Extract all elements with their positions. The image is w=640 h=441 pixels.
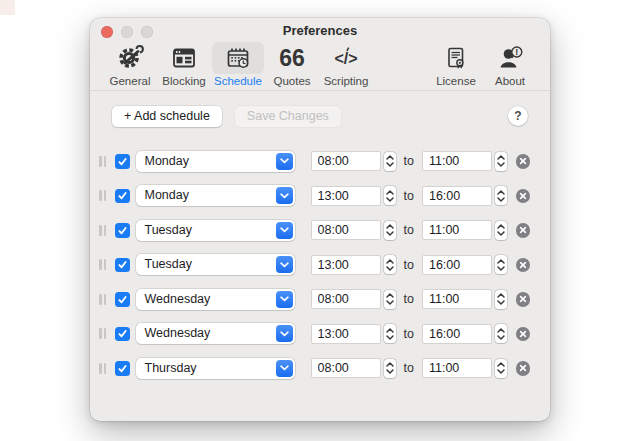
chevron-down-icon <box>276 325 293 342</box>
start-time-stepper[interactable] <box>384 324 396 343</box>
start-time-stepper[interactable] <box>384 290 396 309</box>
end-time-stepper[interactable] <box>495 255 507 274</box>
stepper-up-icon <box>386 155 394 160</box>
to-label: to <box>404 258 414 272</box>
start-time-input[interactable] <box>311 289 381 309</box>
delete-row-button[interactable] <box>516 223 531 238</box>
minimize-button[interactable] <box>121 26 133 38</box>
tab-scripting[interactable]: </> Scripting <box>320 42 372 87</box>
day-select[interactable]: Wednesday <box>136 323 295 344</box>
tab-general[interactable]: General <box>104 42 156 87</box>
toolbar-iconbox <box>430 42 482 74</box>
enabled-checkbox[interactable] <box>115 189 130 204</box>
tab-schedule[interactable]: Schedule <box>212 42 264 87</box>
stepper-down-icon <box>497 162 505 167</box>
day-select[interactable]: Tuesday <box>136 220 295 241</box>
help-button[interactable]: ? <box>508 106 528 126</box>
delete-row-button[interactable] <box>516 258 531 273</box>
day-select[interactable]: Tuesday <box>136 254 295 275</box>
enabled-checkbox[interactable] <box>115 223 130 238</box>
drag-handle[interactable] <box>99 294 106 305</box>
stepper-up-icon <box>497 328 505 333</box>
end-time-stepper[interactable] <box>495 359 507 378</box>
day-select[interactable]: Monday <box>136 151 295 172</box>
end-time-input[interactable] <box>422 255 492 275</box>
start-time-input[interactable] <box>311 151 381 171</box>
save-changes-button[interactable]: Save Changes <box>235 106 341 127</box>
end-time-stepper[interactable] <box>495 324 507 343</box>
end-time-input[interactable] <box>422 289 492 309</box>
chevron-down-icon <box>276 256 293 273</box>
day-select[interactable]: Monday <box>136 185 295 206</box>
drag-handle[interactable] <box>99 190 106 201</box>
start-time-stepper[interactable] <box>384 359 396 378</box>
delete-row-button[interactable] <box>516 189 531 204</box>
delete-row-button[interactable] <box>516 327 531 342</box>
end-time-stepper[interactable] <box>495 290 507 309</box>
delete-row-button[interactable] <box>516 154 531 169</box>
start-time-stepper[interactable] <box>384 186 396 205</box>
close-button[interactable] <box>101 26 113 38</box>
day-select[interactable]: Thursday <box>136 358 295 379</box>
quotes-icon: 66 <box>275 44 309 72</box>
to-label: to <box>404 327 414 341</box>
toolbar-item-label: Schedule <box>214 75 262 87</box>
start-time-stepper[interactable] <box>384 221 396 240</box>
enabled-checkbox[interactable] <box>115 361 130 376</box>
drag-handle[interactable] <box>99 156 106 167</box>
traffic-lights <box>101 26 153 38</box>
end-time-input[interactable] <box>422 220 492 240</box>
check-icon <box>117 363 128 374</box>
end-time-stepper[interactable] <box>495 221 507 240</box>
end-time-stepper[interactable] <box>495 186 507 205</box>
schedule-rows: Monday to <box>90 144 550 386</box>
tab-blocking[interactable]: Blocking <box>158 42 210 87</box>
start-time-input[interactable] <box>311 186 381 206</box>
zoom-button[interactable] <box>141 26 153 38</box>
tab-about[interactable]: ! About <box>484 42 536 87</box>
tab-quotes[interactable]: 66 Quotes <box>266 42 318 87</box>
drag-handle[interactable] <box>99 328 106 339</box>
chevron-down-icon <box>276 222 293 239</box>
actions-bar: + Add schedule Save Changes ? <box>90 91 550 127</box>
start-time-input[interactable] <box>311 324 381 344</box>
schedule-row: Monday to <box>90 179 550 214</box>
end-time-input[interactable] <box>422 151 492 171</box>
enabled-checkbox[interactable] <box>115 258 130 273</box>
add-schedule-button[interactable]: + Add schedule <box>112 106 222 127</box>
enabled-checkbox[interactable] <box>115 154 130 169</box>
delete-row-button[interactable] <box>516 292 531 307</box>
stepper-down-icon <box>497 231 505 236</box>
stepper-down-icon <box>386 369 394 374</box>
stepper-down-icon <box>386 266 394 271</box>
enabled-checkbox[interactable] <box>115 292 130 307</box>
enabled-checkbox[interactable] <box>115 327 130 342</box>
check-icon <box>117 156 128 167</box>
chevron-down-icon <box>276 187 293 204</box>
toolbar-item-label: About <box>495 75 525 87</box>
start-time-stepper[interactable] <box>384 152 396 171</box>
day-select-value: Monday <box>145 185 189 206</box>
drag-handle[interactable] <box>99 363 106 374</box>
end-time-input[interactable] <box>422 358 492 378</box>
to-label: to <box>404 292 414 306</box>
drag-handle[interactable] <box>99 259 106 270</box>
day-select[interactable]: Wednesday <box>136 289 295 310</box>
end-time-stepper[interactable] <box>495 152 507 171</box>
end-time-input[interactable] <box>422 186 492 206</box>
start-time-input[interactable] <box>311 358 381 378</box>
day-select-value: Wednesday <box>145 323 211 344</box>
check-icon <box>117 328 128 339</box>
delete-row-button[interactable] <box>516 361 531 376</box>
start-time-input[interactable] <box>311 220 381 240</box>
toolbar-iconbox: 66 <box>266 42 318 74</box>
drag-handle[interactable] <box>99 225 106 236</box>
tab-license[interactable]: License <box>430 42 482 87</box>
start-time-stepper[interactable] <box>384 255 396 274</box>
toolbar-item-label: Blocking <box>162 75 205 87</box>
stepper-up-icon <box>386 362 394 367</box>
toolbar-iconbox <box>104 42 156 74</box>
day-select-value: Wednesday <box>145 289 211 310</box>
start-time-input[interactable] <box>311 255 381 275</box>
end-time-input[interactable] <box>422 324 492 344</box>
